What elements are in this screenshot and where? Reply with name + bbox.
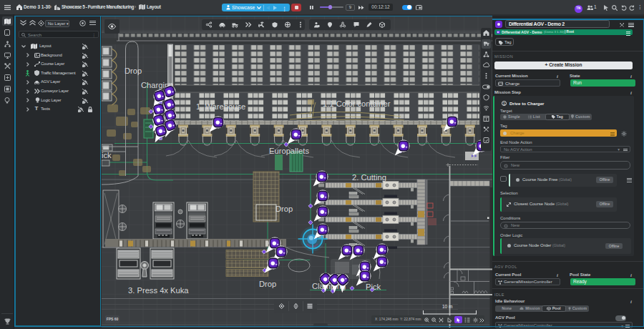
svg-text:Drop: Drop: [125, 67, 142, 75]
svg-text:2. Cutting: 2. Cutting: [352, 173, 386, 182]
svg-text:1. Warehouse: 1. Warehouse: [196, 102, 245, 111]
svg-text:Drop: Drop: [275, 205, 293, 213]
svg-text:1.1 Color container: 1.1 Color container: [323, 99, 391, 108]
svg-text:Europallets: Europallets: [269, 147, 309, 155]
svg-text:Drop: Drop: [259, 280, 276, 288]
svg-text:3. Press 4x Kuka: 3. Press 4x Kuka: [128, 286, 189, 295]
svg-text:ick: ick: [102, 151, 112, 159]
svg-text:Pick: Pick: [366, 283, 381, 291]
